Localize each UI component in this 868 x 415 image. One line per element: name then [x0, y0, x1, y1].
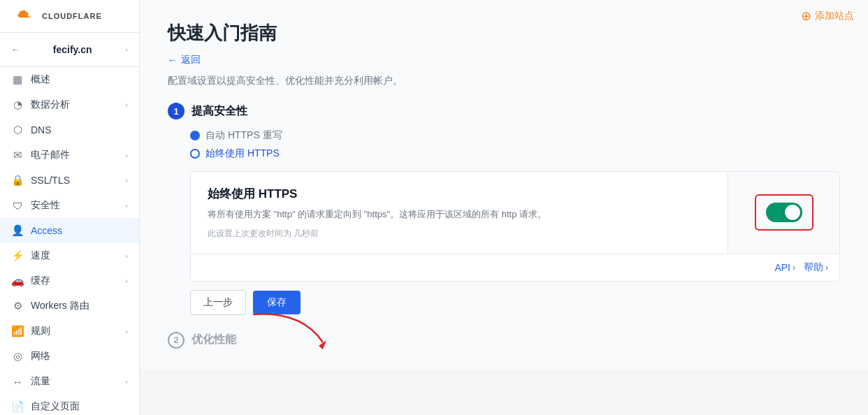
card-body: 始终使用 HTTPS 将所有使用方案 "http" 的请求重定向到 "https…	[191, 172, 839, 254]
card-heading: 始终使用 HTTPS	[208, 186, 711, 202]
page-description: 配置域设置以提高安全性、优化性能并充分利用帐户。	[168, 75, 840, 87]
step-dot-done-icon	[190, 131, 200, 140]
sidebar-item-email-label: 电子邮件	[31, 149, 70, 161]
card-description: 将所有使用方案 "http" 的请求重定向到 "https"。这将应用于该区域的…	[208, 208, 711, 222]
sidebar-nav: ▦ 概述 ◔ 数据分析 › ⬡ DNS ✉ 电子邮件 ›	[0, 67, 139, 415]
sidebar-item-workers-label: Workers 路由	[31, 300, 89, 312]
site-nav: ← fecify.cn ›	[0, 33, 139, 67]
cloudflare-logo: CLOUDFLARE	[11, 8, 102, 24]
lock-icon: 🔒	[11, 174, 24, 187]
help-arrow-icon: ›	[825, 263, 828, 272]
card-toggle-area	[728, 172, 839, 254]
sidebar-item-dns-label: DNS	[31, 124, 52, 136]
page-icon: 📄	[11, 400, 24, 413]
sidebar-item-cache[interactable]: 🚗 缓存 ›	[0, 268, 139, 293]
cache-chevron-icon: ›	[125, 277, 128, 285]
dns-icon: ⬡	[11, 124, 24, 136]
sidebar-item-access-label: Access	[31, 225, 62, 236]
sidebar-item-speed-label: 速度	[31, 249, 50, 262]
back-arrow-link-icon: ←	[168, 54, 178, 66]
rules-chevron-icon: ›	[125, 327, 128, 335]
sidebar-item-workers[interactable]: ⚙ Workers 路由	[0, 293, 139, 319]
sidebar-item-speed[interactable]: ⚡ 速度 ›	[0, 243, 139, 268]
https-toggle[interactable]	[766, 203, 802, 222]
help-link[interactable]: 帮助 ›	[804, 261, 828, 274]
cache-icon: 🚗	[11, 275, 24, 287]
sidebar-item-security[interactable]: 🛡 安全性 ›	[0, 193, 139, 218]
card-text-area: 始终使用 HTTPS 将所有使用方案 "http" 的请求重定向到 "https…	[191, 172, 728, 254]
sidebar-item-network[interactable]: ◎ 网络	[0, 344, 139, 369]
step1-badge: 1	[168, 103, 185, 119]
network-icon: ◎	[11, 350, 24, 363]
traffic-chevron-icon: ›	[125, 377, 128, 386]
main-content: 快速入门指南 ← 返回 配置域设置以提高安全性、优化性能并充分利用帐户。 1 提…	[140, 0, 868, 370]
api-link[interactable]: API ›	[774, 261, 795, 274]
ssl-chevron-icon: ›	[125, 176, 128, 184]
site-chevron-icon: ›	[125, 45, 128, 54]
traffic-icon: ↔	[11, 375, 24, 388]
sidebar-item-ssl-label: SSL/TLS	[31, 175, 70, 186]
mail-icon: ✉	[11, 149, 24, 161]
step-item-always-https: 始终使用 HTTPS	[190, 147, 840, 160]
sidebar-item-network-label: 网络	[31, 350, 50, 363]
chart-icon: ◔	[11, 99, 24, 111]
site-name: fecify.cn	[53, 44, 92, 55]
https-card: 始终使用 HTTPS 将所有使用方案 "http" 的请求重定向到 "https…	[190, 171, 840, 282]
workers-icon: ⚙	[11, 300, 24, 312]
step-dot-active-icon	[190, 149, 200, 159]
button-row: 上一步 保存	[190, 290, 840, 315]
toggle-knob	[785, 205, 800, 220]
sidebar-item-email[interactable]: ✉ 电子邮件 ›	[0, 143, 139, 168]
shield-icon: 🛡	[11, 199, 24, 212]
prev-button[interactable]: 上一步	[190, 290, 246, 315]
user-check-icon: 👤	[11, 224, 24, 237]
sidebar-item-access[interactable]: 👤 Access	[0, 218, 139, 243]
annotation-arrow	[246, 311, 330, 352]
page-title: 快速入门指南	[168, 21, 840, 45]
back-arrow-icon: ←	[11, 45, 20, 54]
sidebar-item-dns[interactable]: ⬡ DNS	[0, 117, 139, 143]
step2-badge: 2	[168, 332, 185, 349]
bolt-icon: ⚡	[11, 249, 24, 262]
security-chevron-icon: ›	[125, 201, 128, 210]
add-site-bar[interactable]: ⊕ 添加站点	[801, 8, 854, 24]
sidebar-item-traffic-label: 流量	[31, 375, 50, 388]
sidebar-item-rules[interactable]: 📶 规则 ›	[0, 319, 139, 344]
card-footer: API › 帮助 ›	[191, 254, 839, 281]
cloudflare-logo-icon	[11, 8, 36, 24]
main-container: ⊕ 添加站点 快速入门指南 ← 返回 配置域设置以提高安全性、优化性能并充分利用…	[140, 0, 868, 415]
sidebar-item-overview[interactable]: ▦ 概述	[0, 67, 139, 92]
step1-items: 自动 HTTPS 重写 始终使用 HTTPS	[190, 129, 840, 160]
help-label: 帮助	[804, 261, 823, 274]
site-row[interactable]: ← fecify.cn ›	[0, 38, 139, 61]
step-item-https-rewrite-label: 自动 HTTPS 重写	[205, 129, 282, 142]
sidebar-item-security-label: 安全性	[31, 199, 60, 212]
sidebar-item-ssl[interactable]: 🔒 SSL/TLS ›	[0, 168, 139, 193]
grid-icon: ▦	[11, 73, 24, 86]
sidebar-item-cache-label: 缓存	[31, 275, 50, 287]
back-link[interactable]: ← 返回	[168, 54, 840, 66]
sidebar-item-overview-label: 概述	[31, 73, 50, 86]
sidebar: CLOUDFLARE ← fecify.cn › ▦ 概述 ◔ 数据分析 › ⬡	[0, 0, 140, 415]
sidebar-item-custom-pages[interactable]: 📄 自定义页面	[0, 394, 139, 415]
email-chevron-icon: ›	[125, 151, 128, 159]
rules-icon: 📶	[11, 325, 24, 337]
sidebar-header: CLOUDFLARE	[0, 0, 139, 33]
add-site-label: 添加站点	[815, 10, 854, 22]
speed-chevron-icon: ›	[125, 252, 128, 260]
step1-title: 提高安全性	[191, 104, 247, 119]
step1-header: 1 提高安全性	[168, 103, 840, 119]
card-timestamp: 此设置上次更改时间为 几秒前	[208, 228, 711, 240]
plus-icon: ⊕	[801, 8, 811, 24]
api-label: API	[774, 262, 790, 273]
toggle-highlight-box	[755, 194, 813, 231]
sidebar-item-analytics-label: 数据分析	[31, 99, 70, 111]
sidebar-item-traffic[interactable]: ↔ 流量 ›	[0, 369, 139, 394]
step2-title: 优化性能	[191, 333, 236, 347]
sidebar-item-custom-pages-label: 自定义页面	[31, 400, 80, 413]
back-link-label: 返回	[181, 54, 201, 66]
sidebar-item-analytics[interactable]: ◔ 数据分析 ›	[0, 92, 139, 117]
step-item-https-rewrite: 自动 HTTPS 重写	[190, 129, 840, 142]
step-item-always-https-label: 始终使用 HTTPS	[205, 147, 280, 160]
analytics-chevron-icon: ›	[125, 101, 128, 109]
